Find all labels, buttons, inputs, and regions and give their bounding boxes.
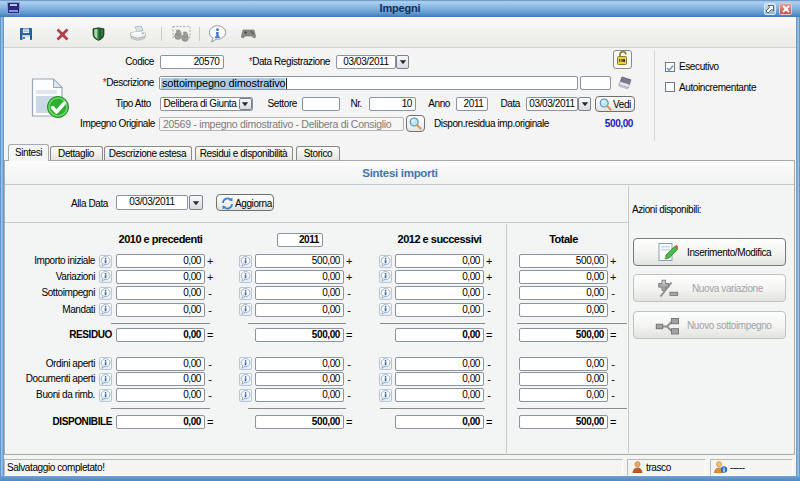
- svg-text:ABC: ABC: [619, 59, 624, 63]
